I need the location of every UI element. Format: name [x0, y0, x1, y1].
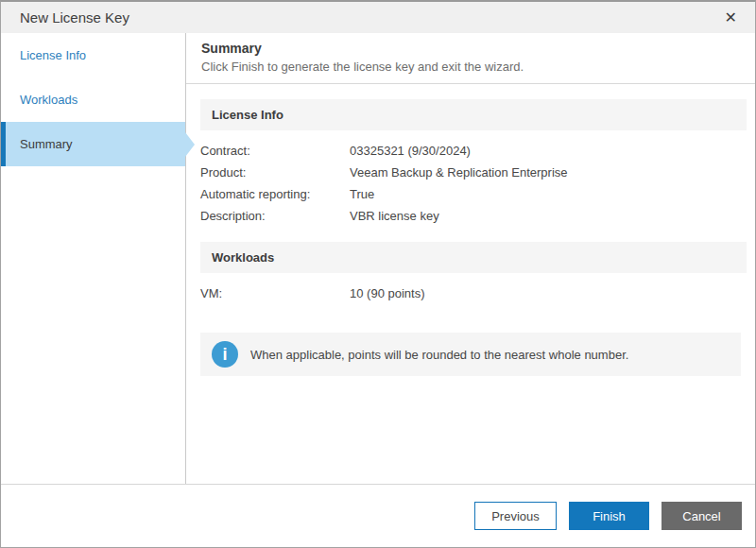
step-label: License Info — [20, 48, 86, 62]
cancel-button[interactable]: Cancel — [662, 502, 742, 530]
sidebar-item-license-info[interactable]: License Info — [1, 33, 185, 77]
table-row: Automatic reporting: True — [200, 183, 747, 205]
step-label: Summary — [20, 137, 73, 151]
row-value: True — [350, 186, 747, 202]
titlebar: New License Key ✕ — [1, 2, 755, 33]
info-note: i When applicable, points will be rounde… — [200, 333, 741, 376]
row-value: VBR license key — [350, 208, 747, 224]
sidebar-item-summary[interactable]: Summary — [1, 122, 185, 166]
close-icon[interactable]: ✕ — [723, 9, 739, 27]
finish-button[interactable]: Finish — [569, 502, 649, 530]
previous-button[interactable]: Previous — [474, 502, 557, 530]
section-header-workloads: Workloads — [200, 242, 747, 273]
table-row: Contract: 03325321 (9/30/2024) — [200, 140, 747, 162]
row-label: Automatic reporting: — [200, 186, 350, 202]
wizard-steps-sidebar: License Info Workloads Summary — [1, 33, 186, 484]
step-title: Summary — [201, 41, 740, 56]
section-header-license-info: License Info — [200, 99, 747, 130]
row-value: 03325321 (9/30/2024) — [350, 143, 747, 159]
info-icon: i — [212, 341, 238, 368]
workloads-table: VM: 10 (90 points) — [200, 283, 747, 304]
table-row: Product: Veeam Backup & Replication Ente… — [200, 162, 747, 183]
step-header: Summary Click Finish to generate the lic… — [186, 33, 755, 84]
row-label: VM: — [200, 285, 350, 301]
row-label: Product: — [200, 164, 350, 180]
step-label: Workloads — [20, 93, 77, 107]
license-info-table: Contract: 03325321 (9/30/2024) Product: … — [200, 140, 747, 227]
row-label: Contract: — [200, 143, 350, 159]
footer-buttons: Previous Finish Cancel — [1, 484, 755, 547]
summary-body: License Info Contract: 03325321 (9/30/20… — [186, 84, 755, 376]
row-label: Description: — [200, 208, 350, 224]
step-subtitle: Click Finish to generate the license key… — [201, 60, 740, 74]
main-area: License Info Workloads Summary Summary C… — [1, 33, 755, 484]
sidebar-item-workloads[interactable]: Workloads — [1, 77, 185, 122]
table-row: Description: VBR license key — [200, 205, 747, 227]
row-value: 10 (90 points) — [350, 285, 747, 301]
content-area: Summary Click Finish to generate the lic… — [186, 33, 755, 484]
info-note-text: When applicable, points will be rounded … — [250, 348, 628, 362]
new-license-key-dialog: New License Key ✕ License Info Workloads… — [0, 0, 756, 548]
table-row: VM: 10 (90 points) — [200, 283, 747, 304]
window-title: New License Key — [20, 9, 723, 26]
row-value: Veeam Backup & Replication Enterprise — [350, 164, 747, 180]
